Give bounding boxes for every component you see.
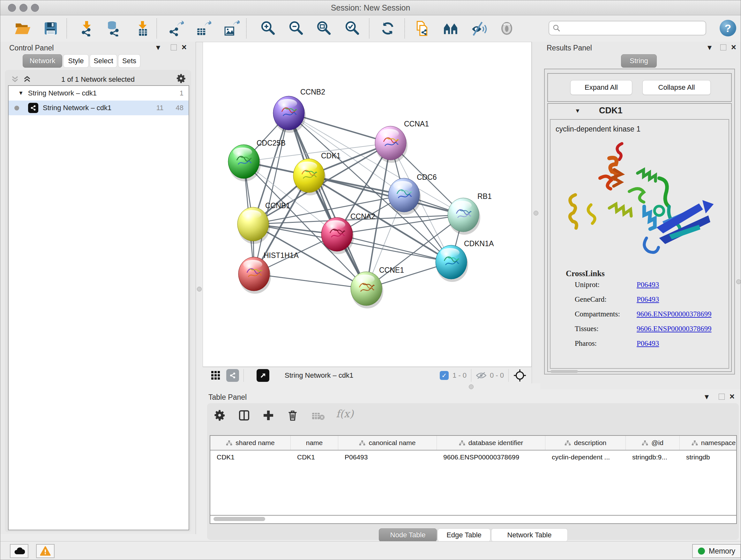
zoom-selected-icon[interactable] bbox=[343, 19, 361, 38]
network-node-cdk1[interactable] bbox=[293, 159, 326, 195]
crosslink-compartments-link[interactable]: 9606.ENSP00000378699 bbox=[636, 310, 712, 318]
network-edge[interactable] bbox=[289, 113, 366, 289]
control-panel: Control Panel ▾ × Network Style Select S… bbox=[0, 42, 196, 534]
network-canvas[interactable]: CCNB2CCNA1CDC25BCDK1CDC6RB1CCNB1CCNA2CDK… bbox=[203, 42, 532, 367]
tab-select[interactable]: Select bbox=[90, 54, 117, 68]
horizontal-splitter-handle[interactable] bbox=[469, 384, 474, 389]
network-node-ccnb2[interactable] bbox=[273, 96, 306, 133]
import-network-database-icon[interactable] bbox=[105, 19, 123, 38]
network-node-hist1h1a[interactable] bbox=[239, 257, 271, 294]
network-node-ccne1[interactable] bbox=[351, 272, 383, 308]
import-network-file-icon[interactable] bbox=[78, 19, 96, 38]
add-column-icon[interactable] bbox=[262, 409, 275, 422]
crosslink-pharos-link[interactable]: P06493 bbox=[636, 339, 659, 348]
tab-edge-table[interactable]: Edge Table bbox=[437, 528, 490, 542]
network-options-gear-icon[interactable] bbox=[176, 73, 187, 84]
float-panel-icon[interactable]: ▾ bbox=[156, 43, 160, 51]
network-snapshot-icon[interactable] bbox=[414, 19, 432, 38]
network-collection-row[interactable]: ▼ String Network – cdk1 1 bbox=[9, 86, 189, 101]
import-table-icon[interactable] bbox=[134, 19, 152, 38]
maximize-panel-icon[interactable] bbox=[719, 394, 725, 400]
window-edge-handle[interactable] bbox=[736, 279, 741, 284]
cloud-status-icon[interactable] bbox=[10, 544, 28, 558]
show-graphics-details-icon[interactable] bbox=[497, 19, 516, 38]
column-header-name[interactable]: name bbox=[291, 436, 338, 450]
right-splitter-handle[interactable] bbox=[534, 211, 538, 215]
collapse-collection-icon[interactable]: ▼ bbox=[18, 90, 23, 97]
table-row[interactable]: CDK1CDK1P064939606.ENSP00000378699cyclin… bbox=[210, 450, 736, 464]
collapse-all-button[interactable]: Collapse All bbox=[643, 80, 711, 95]
table-hscrollbar-thumb[interactable] bbox=[213, 517, 265, 521]
crosslink-tissues-link[interactable]: 9606.ENSP00000378699 bbox=[636, 325, 712, 333]
hide-graphics-details-icon[interactable] bbox=[470, 19, 488, 38]
column-header-canonical-name[interactable]: canonical name bbox=[338, 436, 437, 450]
export-network-icon[interactable] bbox=[166, 19, 185, 38]
close-panel-icon[interactable]: × bbox=[182, 43, 187, 52]
toolbar-separator bbox=[246, 18, 247, 38]
show-columns-icon[interactable] bbox=[238, 409, 251, 422]
memory-button[interactable]: Memory bbox=[692, 544, 741, 558]
network-node-ccna1[interactable] bbox=[375, 126, 408, 163]
export-image-icon[interactable] bbox=[222, 19, 241, 38]
maximize-panel-icon[interactable] bbox=[720, 44, 726, 51]
detach-view-icon[interactable] bbox=[257, 369, 269, 382]
warning-status-icon[interactable] bbox=[36, 544, 55, 558]
table-cell[interactable]: cyclin-dependent ... bbox=[545, 450, 626, 464]
crosslink-genecard-link[interactable]: P06493 bbox=[636, 295, 659, 304]
tab-string[interactable]: String bbox=[621, 54, 657, 68]
expand-all-button[interactable]: Expand All bbox=[570, 80, 632, 95]
help-icon[interactable]: ? bbox=[720, 20, 736, 37]
network-node-ccna2[interactable] bbox=[321, 217, 354, 254]
table-cell[interactable]: P06493 bbox=[338, 450, 437, 464]
network-node-cdkn1a[interactable] bbox=[435, 245, 468, 282]
grid-view-icon[interactable] bbox=[211, 371, 220, 380]
network-node-cdc25b[interactable] bbox=[228, 145, 261, 181]
column-header-description[interactable]: description bbox=[545, 436, 626, 450]
zoom-fit-icon[interactable] bbox=[315, 19, 333, 38]
first-neighbors-icon[interactable] bbox=[442, 19, 460, 38]
table-hscrollbar-track[interactable] bbox=[210, 516, 737, 524]
selected-items-checkbox-icon[interactable]: ✓ bbox=[440, 371, 449, 380]
export-table-icon[interactable] bbox=[194, 19, 212, 38]
save-session-icon[interactable] bbox=[42, 19, 60, 38]
network-node-rb1[interactable] bbox=[448, 198, 480, 235]
table-cell[interactable]: 9606.ENSP00000378699 bbox=[437, 450, 545, 464]
crosslink-uniprot-link[interactable]: P06493 bbox=[636, 281, 659, 289]
close-panel-icon[interactable]: × bbox=[731, 43, 736, 52]
maximize-panel-icon[interactable] bbox=[171, 44, 177, 51]
collection-label: String Network – cdk1 bbox=[28, 89, 97, 98]
close-panel-icon[interactable]: × bbox=[730, 392, 735, 401]
delete-table-icon-disabled[interactable] bbox=[312, 412, 325, 421]
float-panel-icon[interactable]: ▾ bbox=[708, 43, 712, 51]
table-cell[interactable]: CDK1 bbox=[210, 450, 291, 464]
delete-column-icon[interactable] bbox=[286, 409, 299, 422]
tab-style[interactable]: Style bbox=[63, 54, 89, 68]
network-edge[interactable] bbox=[254, 113, 289, 274]
table-cell[interactable]: stringdb bbox=[680, 450, 737, 464]
tab-node-table[interactable]: Node Table bbox=[379, 528, 437, 542]
results-hscrollbar-thumb[interactable] bbox=[550, 370, 578, 373]
network-row-selected[interactable]: String Network – cdk1 11 48 bbox=[9, 101, 189, 115]
collapse-gene-icon[interactable]: ▼ bbox=[575, 108, 581, 114]
column-header--id[interactable]: @id bbox=[626, 436, 680, 450]
table-cell[interactable]: stringdb:9... bbox=[626, 450, 680, 464]
left-splitter-handle[interactable] bbox=[197, 287, 202, 292]
zoom-out-icon[interactable] bbox=[287, 19, 306, 38]
float-panel-icon[interactable]: ▾ bbox=[704, 392, 709, 401]
column-header-namespace[interactable]: namespace bbox=[680, 436, 737, 450]
column-header-database-identifier[interactable]: database identifier bbox=[437, 436, 545, 450]
network-graph[interactable]: CCNB2CCNA1CDC25BCDK1CDC6RB1CCNB1CCNA2CDK… bbox=[203, 42, 531, 367]
table-gear-icon[interactable] bbox=[213, 409, 226, 422]
tab-network-table[interactable]: Network Table bbox=[491, 528, 568, 542]
search-input[interactable] bbox=[561, 23, 696, 33]
function-builder-icon[interactable]: f(x) bbox=[336, 408, 354, 420]
refresh-layout-icon[interactable] bbox=[379, 19, 397, 38]
tab-network[interactable]: Network bbox=[23, 54, 62, 68]
table-cell[interactable]: CDK1 bbox=[291, 450, 338, 464]
birds-eye-view-icon[interactable] bbox=[513, 369, 527, 382]
network-share-view-icon[interactable] bbox=[226, 369, 239, 382]
column-header-shared-name[interactable]: shared name bbox=[210, 436, 291, 450]
tab-sets[interactable]: Sets bbox=[118, 54, 140, 68]
zoom-in-icon[interactable] bbox=[259, 19, 277, 38]
open-session-icon[interactable] bbox=[13, 19, 31, 38]
